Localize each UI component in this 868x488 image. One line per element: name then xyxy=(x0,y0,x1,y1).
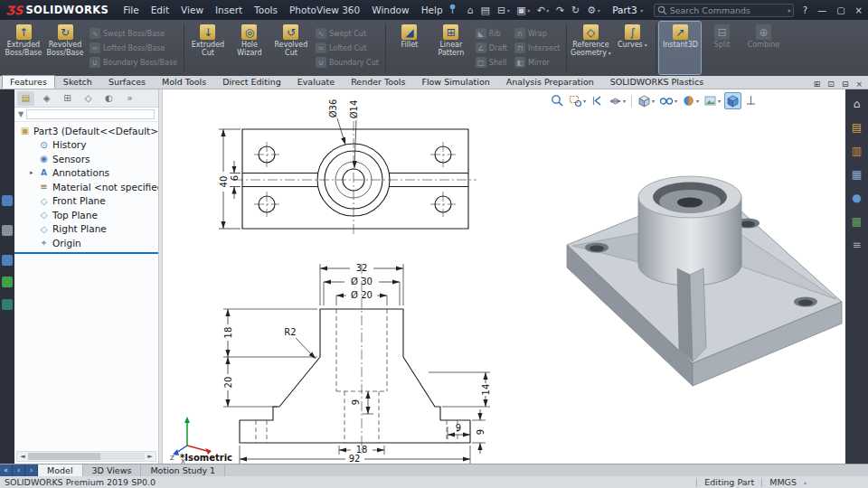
lofted-boss-button[interactable]: ≈Lofted Boss/Base xyxy=(88,42,179,54)
manager-overflow-icon[interactable]: » xyxy=(121,91,138,106)
minimize-button[interactable]: — xyxy=(817,5,826,15)
appearances-icon[interactable]: ● xyxy=(845,187,868,209)
home-icon[interactable]: ⌂ xyxy=(467,5,474,16)
menu-tools[interactable]: Tools xyxy=(254,5,278,15)
extruded-boss-button[interactable]: ↑ Extruded Boss/Base xyxy=(3,22,44,74)
linear-pattern-button[interactable]: ⊞ Linear Pattern xyxy=(430,22,472,74)
document-title[interactable]: Part3▾ xyxy=(612,5,642,15)
combine-button[interactable]: ⊕ Combine xyxy=(742,22,784,74)
dim-dia30[interactable]: Ø 30 xyxy=(351,277,373,286)
save-icon[interactable]: ⊟▾ xyxy=(497,5,509,16)
graphics-viewport[interactable]: ▾ ▾ ▾ ▾ ▾ ▾ xyxy=(163,89,845,464)
drawing-front-view[interactable]: 32 Ø 30 Ø 20 18 xyxy=(223,263,491,464)
doc-cascade-icon[interactable]: ⊞ xyxy=(814,80,821,89)
reference-geometry-button[interactable]: ◇ Reference Geometry▾ xyxy=(570,22,611,74)
mirror-button[interactable]: ◧Mirror xyxy=(513,56,561,69)
tab-evaluate[interactable]: Evaluate xyxy=(289,75,344,89)
dim-40[interactable]: 40 xyxy=(219,176,229,188)
doc-close-icon[interactable]: × xyxy=(855,80,863,89)
forum-icon[interactable]: ≡ xyxy=(845,234,868,256)
tab-solidworks-plastics[interactable]: SOLIDWORKS Plastics xyxy=(602,75,712,89)
taskpane-home-icon[interactable]: ⌂ xyxy=(845,93,868,115)
tree-item-sensors[interactable]: ◉ Sensors xyxy=(14,152,158,166)
tree-item-right-plane[interactable]: ◇ Right Plane xyxy=(14,222,158,237)
swept-boss-button[interactable]: ∿Swept Boss/Base xyxy=(88,27,179,40)
menu-pin-icon[interactable] xyxy=(448,4,457,17)
scroll-left-icon[interactable]: ◄ xyxy=(17,453,28,460)
tab-features[interactable]: Features xyxy=(2,75,55,89)
propertymanager-tab-icon[interactable]: ◈ xyxy=(38,91,55,106)
extruded-cut-button[interactable]: ↓ Extruded Cut xyxy=(187,22,229,74)
menu-file[interactable]: File xyxy=(123,5,139,15)
left-toolbar-icon-2[interactable] xyxy=(2,225,13,236)
curves-button[interactable]: ∫ Curves▾ xyxy=(611,22,653,74)
close-button[interactable]: × xyxy=(855,5,863,15)
left-toolbar-icon-1[interactable] xyxy=(2,195,13,206)
revolved-cut-button[interactable]: ↺ Revolved Cut xyxy=(270,22,312,74)
filter-funnel-icon[interactable]: ▼ xyxy=(18,110,24,118)
tab-scroll-first-icon[interactable]: « xyxy=(0,465,13,476)
doc-restore-icon[interactable]: ⊡ xyxy=(827,80,835,89)
section-view-icon[interactable]: ▾ xyxy=(608,93,627,108)
dim-20-left[interactable]: 20 xyxy=(223,377,233,389)
left-toolbar-icon-3[interactable] xyxy=(2,255,13,266)
dim-14-right[interactable]: 14 xyxy=(481,384,491,396)
tab-render-tools[interactable]: Render Tools xyxy=(343,75,413,89)
split-button[interactable]: ⊟ Split xyxy=(701,22,742,74)
status-units[interactable]: MMGS xyxy=(769,477,797,487)
swept-cut-button[interactable]: ∿Swept Cut xyxy=(314,27,381,40)
search-input[interactable] xyxy=(670,5,785,15)
custom-properties-icon[interactable]: ▩ xyxy=(845,211,868,232)
hole-wizard-button[interactable]: ◎ Hole Wizard xyxy=(229,22,270,74)
open-icon[interactable]: ▤ xyxy=(481,5,490,16)
dim-18-left[interactable]: 18 xyxy=(223,327,233,339)
dim-9-right[interactable]: 9 xyxy=(476,429,486,435)
tree-item-front-plane[interactable]: ◇ Front Plane xyxy=(14,194,158,209)
model-tab[interactable]: Model xyxy=(38,465,83,476)
tab-flow-simulation[interactable]: Flow Simulation xyxy=(413,75,497,89)
scroll-right-icon[interactable]: ► xyxy=(145,453,156,460)
dim-6[interactable]: 6 xyxy=(230,175,240,181)
model-drawing-canvas[interactable]: .ol{stroke:#1c1c1c;stroke-width:1.1;fill… xyxy=(163,89,845,464)
apply-scene-icon[interactable]: ▾ xyxy=(703,93,722,108)
tree-item-top-plane[interactable]: ◇ Top Plane xyxy=(14,208,158,222)
dim-32[interactable]: 32 xyxy=(356,263,368,273)
tree-filter-input[interactable] xyxy=(26,109,155,119)
intersect-button[interactable]: ⊓Intersect xyxy=(513,42,561,54)
display-style-icon[interactable]: ▾ xyxy=(637,93,656,108)
units-caret-icon[interactable]: ▴ xyxy=(804,479,807,485)
menu-window[interactable]: Window xyxy=(372,5,409,15)
3d-views-tab[interactable]: 3D Views xyxy=(83,465,142,476)
dimxpert-tab-icon[interactable]: ◇ xyxy=(80,91,97,106)
dim-9-mid[interactable]: 9 xyxy=(351,399,361,405)
options-gear-icon[interactable]: ⚙▾ xyxy=(587,5,599,16)
tab-mold-tools[interactable]: Mold Tools xyxy=(154,75,214,89)
dim-9-bottom-right[interactable]: 9 xyxy=(456,423,461,433)
search-scope-caret-icon[interactable]: ▾ xyxy=(788,7,790,14)
undo-icon[interactable]: ↶▾ xyxy=(537,5,549,16)
tree-item-material[interactable]: ≡ Material <not specified> xyxy=(14,180,158,194)
lofted-cut-button[interactable]: ≈Lofted Cut xyxy=(314,42,381,54)
doc-minimize-icon[interactable]: ⊟ xyxy=(842,80,849,89)
shell-button[interactable]: □Shell xyxy=(474,56,509,69)
configurationmanager-tab-icon[interactable]: ⊞ xyxy=(59,91,76,106)
menu-photoview[interactable]: PhotoView 360 xyxy=(289,5,360,15)
view-settings-icon[interactable] xyxy=(744,93,758,108)
dim-r2[interactable]: R2 xyxy=(284,327,296,337)
view-orientation-cube-icon[interactable] xyxy=(724,92,741,109)
tree-item-origin[interactable]: ⌖ Origin xyxy=(14,236,158,250)
file-explorer-icon[interactable]: ▥ xyxy=(845,140,868,162)
fillet-button[interactable]: ◢ Fillet xyxy=(389,22,430,74)
wrap-button[interactable]: ∩Wrap xyxy=(513,27,561,40)
tree-item-history[interactable]: ⊙ History xyxy=(14,138,158,153)
tab-analysis-preparation[interactable]: Analysis Preparation xyxy=(498,75,602,89)
zoom-fit-icon[interactable] xyxy=(550,93,565,108)
restore-button[interactable]: ▢ xyxy=(836,5,844,15)
edit-appearance-icon[interactable]: ▾ xyxy=(681,93,700,108)
design-library-icon[interactable]: ▤ xyxy=(845,117,868,138)
boundary-boss-button[interactable]: ∪Boundary Boss/Base xyxy=(88,56,179,69)
view-palette-icon[interactable]: ▦ xyxy=(845,164,868,185)
zoom-area-icon[interactable]: ▾ xyxy=(568,93,587,108)
hide-show-items-icon[interactable]: ▾ xyxy=(658,93,678,108)
displaymanager-tab-icon[interactable]: ◐ xyxy=(100,91,118,106)
